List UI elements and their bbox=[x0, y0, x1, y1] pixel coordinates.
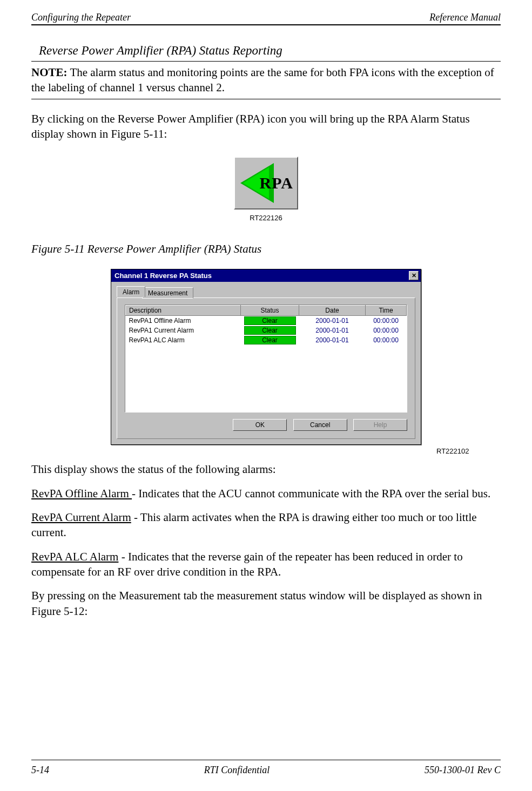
cell-date: 2000-01-01 bbox=[299, 326, 366, 335]
alarm-name: RevPA ALC Alarm bbox=[31, 550, 118, 563]
divider bbox=[31, 99, 501, 99]
rpa-icon[interactable]: RPA bbox=[234, 157, 298, 209]
table-row[interactable]: RevPA1 ALC Alarm Clear 2000-01-01 00:00:… bbox=[126, 335, 407, 345]
tab-measurement[interactable]: Measurement bbox=[142, 287, 193, 299]
alarm-list[interactable]: Description Status Date Time RevPA1 Offl… bbox=[125, 305, 407, 413]
cell-status: Clear bbox=[241, 335, 299, 345]
section-title: Reverse Power Amplifier (RPA) Status Rep… bbox=[39, 44, 501, 58]
alarm-definition-2: RevPA Current Alarm - This alarm activat… bbox=[31, 510, 501, 540]
alarm-desc: - Indicates that the ACU cannot communic… bbox=[132, 487, 490, 500]
tab-panel: Description Status Date Time RevPA1 Offl… bbox=[117, 298, 415, 439]
rpa-icon-caption: RT222126 bbox=[31, 214, 501, 222]
cell-desc: RevPA1 Offline Alarm bbox=[126, 316, 241, 326]
dialog-body: Alarm Measurement Description Status Dat… bbox=[111, 282, 421, 444]
tab-strip: Alarm Measurement bbox=[117, 286, 415, 298]
table-row[interactable]: RevPA1 Offline Alarm Clear 2000-01-01 00… bbox=[126, 316, 407, 326]
divider bbox=[31, 61, 501, 62]
dialog-button-row: OK Cancel Help bbox=[125, 419, 407, 431]
cell-desc: RevPA1 ALC Alarm bbox=[126, 335, 241, 345]
table-row[interactable]: RevPA1 Current Alarm Clear 2000-01-01 00… bbox=[126, 326, 407, 335]
tab-alarm[interactable]: Alarm bbox=[117, 286, 145, 297]
page-header: Configuring the Repeater Reference Manua… bbox=[31, 12, 501, 25]
close-icon[interactable]: ✕ bbox=[409, 271, 419, 280]
note-paragraph: NOTE: The alarm status and monitoring po… bbox=[31, 65, 501, 96]
help-button[interactable]: Help bbox=[353, 419, 407, 431]
status-badge: Clear bbox=[244, 326, 296, 335]
cell-time: 00:00:00 bbox=[366, 316, 407, 326]
cell-status: Clear bbox=[241, 326, 299, 335]
dialog-titlebar[interactable]: Channel 1 Reverse PA Status ✕ bbox=[111, 269, 421, 282]
dialog-title: Channel 1 Reverse PA Status bbox=[115, 272, 212, 280]
post-paragraph-1: This display shows the status of the fol… bbox=[31, 462, 501, 477]
alarm-name: RevPA Current Alarm bbox=[31, 511, 131, 524]
intro-paragraph: By clicking on the Reverse Power Amplifi… bbox=[31, 111, 501, 142]
alarm-definition-1: RevPA Offline Alarm - Indicates that the… bbox=[31, 486, 501, 501]
alarm-table: Description Status Date Time RevPA1 Offl… bbox=[125, 305, 407, 345]
dialog-caption: RT222102 bbox=[63, 447, 469, 455]
table-header-row: Description Status Date Time bbox=[126, 306, 407, 316]
status-dialog: Channel 1 Reverse PA Status ✕ Alarm Meas… bbox=[111, 269, 421, 445]
alarm-name: RevPA Offline Alarm bbox=[31, 487, 132, 500]
footer-page: 5-14 bbox=[31, 765, 49, 776]
header-left: Configuring the Repeater bbox=[31, 12, 131, 23]
status-badge: Clear bbox=[244, 336, 296, 344]
dialog-figure: Channel 1 Reverse PA Status ✕ Alarm Meas… bbox=[31, 269, 501, 445]
post-paragraph-2: By pressing on the Measurement tab the m… bbox=[31, 588, 501, 619]
col-description[interactable]: Description bbox=[126, 306, 241, 316]
header-right: Reference Manual bbox=[429, 12, 501, 23]
col-date[interactable]: Date bbox=[299, 306, 366, 316]
footer-center: RTI Confidential bbox=[204, 765, 270, 776]
cell-time: 00:00:00 bbox=[366, 326, 407, 335]
cell-date: 2000-01-01 bbox=[299, 335, 366, 345]
cancel-button[interactable]: Cancel bbox=[293, 419, 347, 431]
ok-button[interactable]: OK bbox=[233, 419, 287, 431]
cell-date: 2000-01-01 bbox=[299, 316, 366, 326]
figure-caption: Figure 5-11 Reverse Power Amplifier (RPA… bbox=[31, 242, 501, 256]
alarm-definition-3: RevPA ALC Alarm - Indicates that the rev… bbox=[31, 549, 501, 580]
cell-desc: RevPA1 Current Alarm bbox=[126, 326, 241, 335]
cell-status: Clear bbox=[241, 316, 299, 326]
note-text: The alarm status and monitoring points a… bbox=[31, 66, 494, 94]
cell-time: 00:00:00 bbox=[366, 335, 407, 345]
page-footer: 5-14 RTI Confidential 550-1300-01 Rev C bbox=[31, 760, 501, 776]
rpa-icon-label: RPA bbox=[260, 174, 293, 192]
status-badge: Clear bbox=[244, 316, 296, 325]
col-status[interactable]: Status bbox=[241, 306, 299, 316]
col-time[interactable]: Time bbox=[366, 306, 407, 316]
rpa-icon-figure: RPA RT222126 bbox=[31, 157, 501, 222]
note-label: NOTE: bbox=[31, 66, 68, 79]
footer-right: 550-1300-01 Rev C bbox=[425, 765, 501, 776]
